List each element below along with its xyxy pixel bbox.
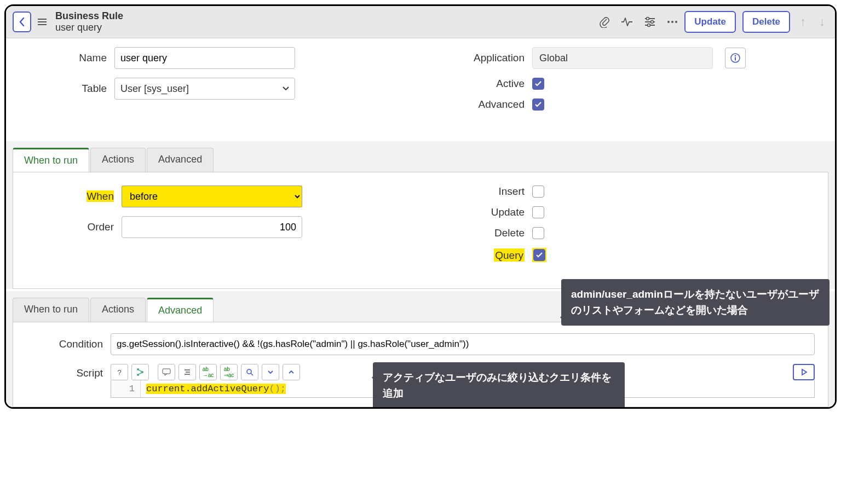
order-label: Order [26, 221, 114, 233]
svg-point-4 [671, 21, 673, 23]
when-select[interactable]: before [122, 186, 302, 207]
condition-label: Condition [26, 338, 103, 350]
advanced-label: Advanced [437, 99, 525, 111]
next-record-icon[interactable]: ↓ [816, 15, 828, 29]
script-next-button[interactable] [262, 364, 279, 380]
svg-point-2 [648, 24, 650, 27]
tab2-advanced[interactable]: Advanced [147, 298, 214, 322]
script-search-button[interactable] [241, 364, 258, 380]
script-replace-button[interactable]: ab→ac [199, 364, 217, 380]
svg-point-3 [667, 21, 670, 23]
svg-rect-8 [735, 57, 736, 61]
callout-script: アクティブなユーザのみに絞り込むクエリ条件を追加 [373, 362, 625, 409]
condition-input[interactable] [111, 333, 815, 355]
script-format-button[interactable] [178, 364, 196, 380]
when-label: When [26, 190, 114, 202]
script-replace-all-button[interactable]: ab⇒ac [220, 364, 238, 380]
table-select-value: User [sys_user] [120, 83, 189, 95]
script-fullscreen-button[interactable] [793, 364, 815, 380]
tab-when-to-run[interactable]: When to run [13, 148, 89, 172]
svg-rect-12 [163, 369, 170, 374]
update-button[interactable]: Update [684, 11, 736, 33]
advanced-checkbox[interactable] [532, 99, 544, 111]
name-input[interactable] [114, 47, 295, 69]
insert-checkbox[interactable] [532, 186, 544, 198]
tab2-actions[interactable]: Actions [90, 298, 146, 322]
tab-actions[interactable]: Actions [90, 148, 146, 172]
query-label: Query [495, 250, 523, 262]
svg-point-0 [647, 18, 649, 20]
svg-point-7 [735, 55, 736, 57]
delete-label: Delete [437, 227, 525, 239]
back-button[interactable] [13, 11, 31, 32]
order-input[interactable] [122, 216, 302, 238]
application-info-button[interactable] [725, 48, 746, 68]
update-label: Update [437, 206, 525, 218]
page-title: Business Rule [55, 10, 123, 22]
activity-icon[interactable] [621, 16, 633, 27]
delete-checkbox[interactable] [532, 227, 544, 239]
svg-point-5 [675, 21, 677, 23]
script-help-button[interactable]: ? [111, 364, 128, 380]
script-tree-button[interactable] [131, 364, 149, 380]
table-label: Table [19, 83, 107, 95]
script-prev-button[interactable] [283, 364, 300, 380]
name-label: Name [19, 52, 107, 64]
insert-label: Insert [437, 186, 525, 198]
application-label: Application [437, 52, 525, 64]
line-number: 1 [111, 380, 141, 397]
delete-button[interactable]: Delete [742, 11, 790, 33]
active-checkbox[interactable] [532, 78, 544, 90]
svg-point-13 [247, 369, 251, 374]
menu-icon[interactable] [38, 19, 47, 25]
more-icon[interactable] [667, 20, 678, 24]
page-subtitle: user query [55, 22, 123, 33]
prev-record-icon[interactable]: ↑ [797, 15, 809, 29]
script-comment-button[interactable] [158, 364, 175, 380]
active-label: Active [437, 78, 525, 90]
chevron-down-icon [283, 86, 289, 91]
svg-point-1 [651, 21, 654, 24]
callout-condition: admin/user_adminロールを持たないユーザがユーザのリストやフォーム… [561, 279, 830, 326]
tab2-when-to-run[interactable]: When to run [13, 298, 89, 322]
script-label: Script [26, 364, 103, 379]
application-value: Global [532, 47, 713, 69]
settings-icon[interactable] [644, 16, 656, 27]
update-checkbox[interactable] [532, 206, 544, 218]
tab-advanced[interactable]: Advanced [147, 148, 214, 172]
query-checkbox[interactable] [533, 249, 545, 261]
attachment-icon[interactable] [599, 16, 610, 28]
table-select[interactable]: User [sys_user] [114, 78, 295, 100]
